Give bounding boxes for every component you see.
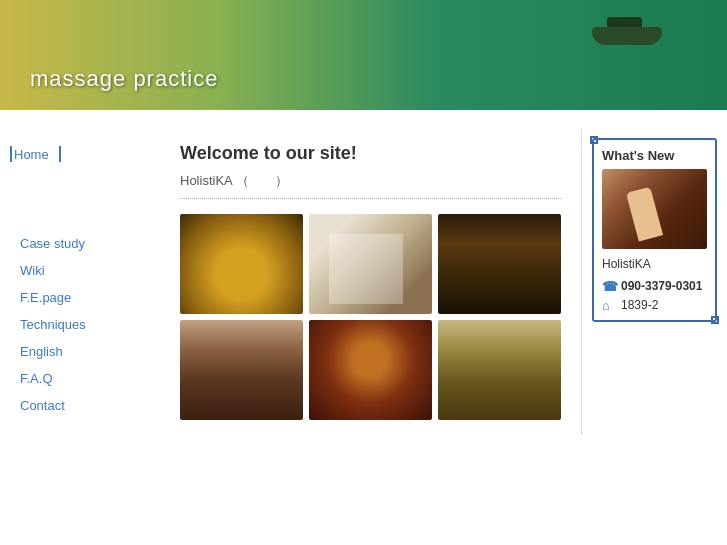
whats-new-box: What's New HolistiKA ☎ 090-3379-0301 ⌂ 1… — [592, 138, 717, 322]
sidebar-item-techniques[interactable]: Techniques — [0, 311, 160, 338]
sidebar-item-contact[interactable]: Contact — [0, 392, 160, 419]
welcome-subtitle: HolistiKA （ ） — [180, 172, 561, 190]
sidebar-item-english[interactable]: English — [0, 338, 160, 365]
boat-body — [592, 27, 662, 45]
whats-new-phone: ☎ 090-3379-0301 — [602, 279, 707, 293]
cursor-right — [59, 146, 61, 162]
site-header: massage practice — [0, 0, 727, 110]
divider — [180, 198, 561, 199]
whats-new-title: What's New — [602, 148, 707, 163]
phone-icon: ☎ — [602, 279, 616, 293]
sidebar: Home Case study Wiki F.E.page Techniques… — [0, 128, 160, 435]
photo-anatomy[interactable] — [180, 320, 303, 420]
photo-grid — [180, 214, 561, 420]
photo-room[interactable] — [438, 214, 561, 314]
right-sidebar: What's New HolistiKA ☎ 090-3379-0301 ⌂ 1… — [582, 128, 727, 435]
photo-art[interactable] — [309, 214, 432, 314]
photo-sphere[interactable] — [180, 214, 303, 314]
main-wrapper: Home Case study Wiki F.E.page Techniques… — [0, 128, 727, 435]
sidebar-item-wiki[interactable]: Wiki — [0, 257, 160, 284]
photo-candle[interactable] — [309, 320, 432, 420]
cursor-left — [10, 146, 12, 162]
site-title: massage practice — [30, 66, 218, 92]
phone-number: 090-3379-0301 — [621, 279, 702, 293]
whats-new-image — [602, 169, 707, 249]
whats-new-address: ⌂ 1839-2 — [602, 298, 707, 312]
sidebar-spacer — [0, 170, 160, 230]
sidebar-item-case-study[interactable]: Case study — [0, 230, 160, 257]
sidebar-item-home[interactable]: Home — [14, 147, 49, 162]
corner-decoration-br — [711, 316, 719, 324]
home-nav-item[interactable]: Home — [0, 138, 160, 170]
whats-new-profile-name: HolistiKA — [602, 257, 707, 271]
sidebar-item-fe-page[interactable]: F.E.page — [0, 284, 160, 311]
home-icon: ⌂ — [602, 298, 616, 312]
corner-decoration-tl — [590, 136, 598, 144]
main-content: Welcome to our site! HolistiKA （ ） — [160, 128, 582, 435]
boat-decoration — [587, 15, 667, 45]
welcome-title: Welcome to our site! — [180, 143, 561, 164]
brush-decoration — [0, 110, 727, 128]
sidebar-item-faq[interactable]: F.A.Q — [0, 365, 160, 392]
photo-skull[interactable] — [438, 320, 561, 420]
address-text: 1839-2 — [621, 298, 658, 312]
